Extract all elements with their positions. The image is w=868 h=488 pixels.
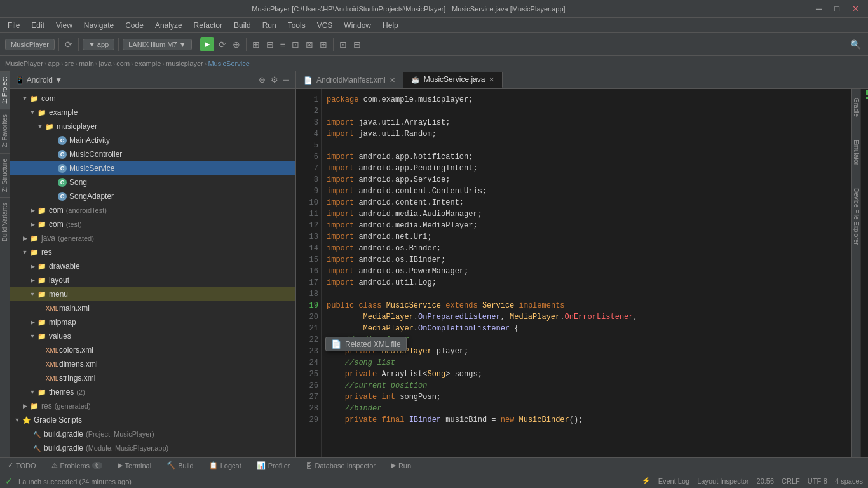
toolbar-icon-8[interactable]: ⊟: [351, 38, 363, 51]
tab-close-button[interactable]: ✕: [390, 76, 395, 85]
tree-item-themes[interactable]: ▼ 📁 themes (2): [10, 385, 295, 399]
android-dropdown[interactable]: 📱 Android ▼: [15, 76, 62, 85]
tree-item-menu[interactable]: ▼ 📁 menu: [10, 287, 295, 301]
collapse-icon[interactable]: ─: [282, 74, 290, 86]
toolbar-icon-1[interactable]: ⊞: [250, 38, 262, 51]
tab-musicservice[interactable]: ☕ MusicService.java ✕: [403, 72, 503, 88]
layout-inspector-label[interactable]: Layout Inspector: [697, 477, 749, 485]
tree-item-layout[interactable]: ▶ 📁 layout: [10, 273, 295, 287]
breadcrumb-musicplayer2[interactable]: musicplayer: [166, 60, 203, 67]
toolbar-icon-7[interactable]: ⊡: [337, 38, 349, 51]
window-controls[interactable]: ─ □ ✕: [812, 3, 863, 15]
breadcrumb-src[interactable]: src: [65, 60, 74, 67]
menu-code[interactable]: Code: [120, 20, 149, 31]
tree-item-mainactivity[interactable]: C MainActivity: [10, 133, 295, 147]
gradle-panel-tab[interactable]: Gradle: [852, 94, 860, 121]
tree-item-songadapter[interactable]: C SongAdapter: [10, 189, 295, 203]
tree-item-mipmap[interactable]: ▶ 📁 mipmap: [10, 315, 295, 329]
event-log-label[interactable]: ⚡: [642, 477, 651, 485]
tree-item-com-test[interactable]: ▶ 📁 com (test): [10, 217, 295, 231]
breadcrumb-java[interactable]: java: [98, 60, 111, 67]
run-button[interactable]: ▶: [200, 37, 214, 51]
tree-item-build-gradle-module[interactable]: 🔨 build.gradle (Module: MusicPlayer.app): [10, 441, 295, 455]
tree-item-build-gradle-project[interactable]: 🔨 build.gradle (Project: MusicPlayer): [10, 427, 295, 441]
emulator-panel-tab[interactable]: Emulator: [852, 136, 860, 169]
breadcrumb-app[interactable]: app: [48, 60, 60, 67]
tree-item-musiccontroller[interactable]: C MusicController: [10, 147, 295, 161]
favorites-tab[interactable]: 2: Favorites: [0, 109, 10, 152]
todo-tool[interactable]: ✓ TODO: [5, 460, 39, 471]
terminal-tool[interactable]: ▶ Terminal: [115, 460, 154, 471]
menu-build[interactable]: Build: [229, 20, 256, 31]
tree-item-values[interactable]: ▼ 📁 values: [10, 329, 295, 343]
menu-edit[interactable]: Edit: [26, 20, 50, 31]
breadcrumb-com[interactable]: com: [116, 60, 130, 67]
gear-icon[interactable]: ⚙: [269, 74, 280, 86]
tree-item-gradle-wrapper[interactable]: 📋 gradle-wrapper.properties (Gradle Vers…: [10, 455, 295, 458]
toolbar-icon-6[interactable]: ⊞: [318, 38, 329, 51]
breadcrumb-musicservice[interactable]: MusicService: [208, 60, 249, 67]
build-tool[interactable]: 🔨 Build: [164, 460, 196, 471]
tree-item-song[interactable]: C Song: [10, 175, 295, 189]
logcat-tool[interactable]: 📋 Logcat: [207, 460, 244, 471]
tree-item-java-generated[interactable]: ▶ 📁 java (generated): [10, 231, 295, 245]
device-app-dropdown[interactable]: ▼ app: [83, 39, 114, 50]
scope-icon[interactable]: ⊕: [257, 74, 267, 86]
menu-view[interactable]: View: [51, 20, 78, 31]
tree-item-strings-xml[interactable]: XML strings.xml: [10, 371, 295, 385]
tree-item-musicservice[interactable]: C MusicService: [10, 161, 295, 175]
tree-item-colors-xml[interactable]: XML colors.xml: [10, 343, 295, 357]
tree-item-res[interactable]: ▼ 📁 res: [10, 245, 295, 259]
toolbar-icon-2[interactable]: ⊟: [264, 38, 276, 51]
menu-tools[interactable]: Tools: [283, 20, 311, 31]
tree-item-res-generated[interactable]: ▶ 📁 res (generated): [10, 399, 295, 413]
maximize-button[interactable]: □: [831, 3, 843, 15]
debug-button[interactable]: ⟳: [217, 38, 228, 51]
tree-item-main-xml[interactable]: XML main.xml: [10, 301, 295, 315]
tree-item-com-android-test[interactable]: ▶ 📁 com (androidTest): [10, 203, 295, 217]
tree-item-com[interactable]: ▼ 📁 com: [10, 92, 295, 105]
event-log-text[interactable]: Event Log: [658, 477, 690, 485]
build-variants-tab[interactable]: Build Variants: [0, 197, 10, 247]
search-everywhere-button[interactable]: 🔍: [848, 38, 863, 51]
close-button[interactable]: ✕: [848, 3, 863, 15]
tree-item-example[interactable]: ▼ 📁 example: [10, 105, 295, 119]
menu-analyze[interactable]: Analyze: [150, 20, 187, 31]
minimize-button[interactable]: ─: [812, 3, 825, 15]
code-editor[interactable]: 12345 678910 1112131415 161718 19 202122…: [296, 89, 868, 458]
tab-androidmanifest[interactable]: 📄 AndroidManifest.xml ✕: [296, 72, 403, 88]
tree-item-musicplayer[interactable]: ▼ 📁 musicplayer: [10, 119, 295, 133]
menu-run[interactable]: Run: [257, 20, 281, 31]
toolbar-icon-3[interactable]: ≡: [278, 38, 287, 51]
sync-button[interactable]: ⟳: [63, 38, 74, 51]
menu-navigate[interactable]: Navigate: [79, 20, 119, 31]
structure-tab[interactable]: Z: Structure: [0, 153, 10, 197]
toolbar-icon-5[interactable]: ⊠: [304, 38, 315, 51]
menu-file[interactable]: File: [3, 20, 25, 31]
breadcrumb-main[interactable]: main: [79, 60, 94, 67]
database-inspector-tool[interactable]: 🗄 Database Inspector: [303, 461, 378, 471]
project-tab[interactable]: 1: Project: [0, 71, 10, 109]
device-file-panel-tab[interactable]: Device File Explorer: [852, 184, 860, 248]
menu-vcs[interactable]: VCS: [312, 20, 338, 31]
tree-item-gradle-scripts[interactable]: ▼ ⭐ Gradle Scripts: [10, 413, 295, 427]
run-tool[interactable]: ▶ Run: [388, 460, 414, 471]
problems-tool[interactable]: ⚠ Problems 6: [49, 460, 105, 471]
breadcrumb-example[interactable]: example: [135, 60, 161, 67]
profiler-tool[interactable]: 📊 Profiler: [254, 460, 293, 471]
tab-close-button[interactable]: ✕: [489, 76, 494, 84]
editor-scrollbar[interactable]: [860, 89, 868, 458]
code-content[interactable]: package com.example.musicplayer; import …: [322, 89, 868, 458]
toolbar-icon-4[interactable]: ⊡: [290, 38, 301, 51]
profile-button[interactable]: ⊕: [231, 38, 242, 51]
tab-label: AndroidManifest.xml: [316, 76, 386, 85]
menu-help[interactable]: Help: [377, 20, 403, 31]
breadcrumb-musicplayer[interactable]: MusicPlayer: [5, 60, 43, 67]
device-dropdown[interactable]: LANIX Ilium M7 ▼: [123, 39, 191, 50]
menu-refactor[interactable]: Refactor: [189, 20, 227, 31]
tree-item-dimens-xml[interactable]: XML dimens.xml: [10, 357, 295, 371]
tree-item-drawable[interactable]: ▶ 📁 drawable: [10, 259, 295, 273]
project-name-label[interactable]: MusicPlayer: [5, 39, 55, 50]
expand-arrow: ▶: [20, 235, 29, 241]
menu-window[interactable]: Window: [339, 20, 376, 31]
